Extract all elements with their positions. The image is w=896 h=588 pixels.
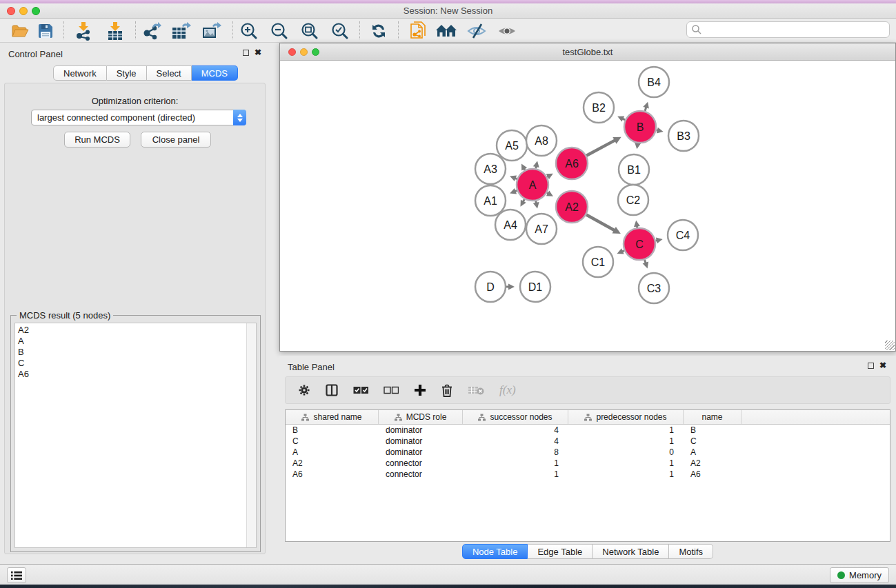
float-panel-icon[interactable] [868, 363, 874, 369]
run-mcds-button[interactable]: Run MCDS [64, 132, 130, 148]
result-item[interactable]: B [18, 347, 256, 358]
tab-node-table[interactable]: Node Table [462, 544, 528, 559]
network-from-file-icon[interactable] [406, 21, 430, 41]
select-all-columns-icon[interactable] [353, 386, 368, 394]
hide-graphics-details-icon[interactable] [465, 21, 488, 41]
table-cell: A2 [684, 458, 741, 468]
memory-button[interactable]: Memory [830, 567, 889, 583]
create-column-icon[interactable] [414, 384, 426, 396]
graph-edge-A2-C[interactable] [586, 215, 615, 231]
network-window-titlebar[interactable]: testGlobe.txt [280, 43, 895, 61]
show-columns-icon[interactable] [326, 384, 338, 396]
table-row[interactable]: Cdominator41C [286, 436, 890, 447]
window-resize-grip[interactable] [885, 341, 895, 350]
tab-mcds[interactable]: MCDS [192, 65, 238, 81]
graph-node-label: D1 [528, 281, 543, 293]
table-panel-title: Table Panel [288, 362, 335, 372]
control-panel-window-buttons: ✖ [243, 49, 261, 56]
column-header-shared-name[interactable]: shared name [286, 410, 379, 424]
graph-edge-A6-B[interactable] [586, 140, 616, 156]
table-cell: B [684, 425, 741, 435]
column-header-successor-nodes[interactable]: successor nodes [463, 410, 568, 424]
function-builder-icon[interactable]: f(x) [499, 383, 516, 397]
graph-node-label: A8 [535, 135, 548, 147]
delete-table-icon[interactable] [468, 385, 484, 395]
show-graphics-details-icon[interactable] [495, 21, 519, 41]
zoom-fit-icon[interactable] [298, 21, 321, 41]
search-field[interactable] [686, 21, 890, 38]
tab-style[interactable]: Style [107, 65, 147, 81]
home-icon[interactable] [435, 21, 458, 41]
graph-node-label: A4 [504, 219, 517, 231]
graph-edge-arrowhead [533, 202, 539, 209]
zoom-in-icon[interactable] [237, 21, 261, 41]
result-item[interactable]: C [18, 358, 256, 369]
table-row[interactable]: A2connector11A2 [286, 458, 890, 469]
table-row[interactable]: Bdominator41B [286, 425, 890, 436]
result-item[interactable]: A [18, 336, 256, 347]
float-panel-icon[interactable] [243, 50, 249, 56]
table-header-row: shared nameMCDS rolesuccessor nodesprede… [286, 410, 890, 425]
column-header-label: shared name [313, 412, 361, 422]
zoom-selected-icon[interactable] [328, 21, 352, 41]
mcds-tab-content: Optimization criterion: largest connecte… [4, 83, 266, 554]
mcds-result-items: A2ABCA6 [15, 325, 256, 380]
close-panel-button[interactable]: Close panel [141, 132, 211, 148]
criterion-dropdown[interactable]: largest connected component (directed) [31, 110, 246, 125]
export-network-icon[interactable] [140, 21, 163, 41]
save-session-icon[interactable] [34, 21, 57, 41]
tab-select[interactable]: Select [147, 65, 192, 81]
dropdown-stepper-icon [233, 110, 246, 125]
mcds-result-list[interactable]: A2ABCA6 [14, 323, 257, 548]
criterion-dropdown-value: largest connected component (directed) [32, 112, 233, 123]
delete-columns-icon[interactable] [441, 384, 452, 397]
table-cell: dominator [379, 447, 463, 457]
table-cell: B [286, 425, 379, 435]
graph-edge-arrowhead [643, 102, 649, 109]
column-header-name[interactable]: name [684, 410, 741, 424]
import-table-icon[interactable] [103, 21, 127, 41]
close-panel-icon[interactable]: ✖ [879, 362, 886, 369]
graph-node-label: B [637, 121, 644, 133]
task-history-button[interactable] [7, 567, 26, 583]
table-cell: 8 [463, 447, 568, 457]
tab-motifs[interactable]: Motifs [669, 544, 713, 559]
open-session-icon[interactable] [8, 21, 32, 41]
import-network-icon[interactable] [72, 21, 95, 41]
graph-edge-arrowhead [656, 237, 663, 243]
table-row[interactable]: A6connector11A6 [286, 469, 890, 480]
memory-status-dot [837, 571, 845, 579]
zoom-out-icon[interactable] [268, 21, 291, 41]
refresh-icon[interactable] [367, 21, 390, 41]
column-header-predecessor-nodes[interactable]: predecessor nodes [568, 410, 684, 424]
table-cell: A6 [684, 469, 741, 479]
table-cell: 1 [568, 458, 684, 468]
status-bar: Memory [0, 564, 896, 585]
close-panel-icon[interactable]: ✖ [255, 49, 261, 56]
settings-gear-icon[interactable] [298, 384, 310, 396]
graph-node-label: B4 [647, 77, 661, 88]
desktop-wallpaper-strip-bottom [0, 585, 896, 588]
export-image-icon[interactable] [200, 21, 223, 41]
column-header-MCDS-role[interactable]: MCDS role [379, 410, 463, 424]
graph-node-label: C1 [591, 256, 606, 268]
tab-network-table[interactable]: Network Table [593, 544, 669, 559]
graph-node-label: A [529, 179, 537, 191]
tab-network[interactable]: Network [53, 65, 107, 81]
network-graph-canvas[interactable]: B4B2BB3A5A8A6A3B1AA1C2A2A4A7C4CC1C3DD1 [280, 61, 895, 351]
tab-edge-table[interactable]: Edge Table [528, 544, 593, 559]
result-item[interactable]: A2 [18, 325, 256, 336]
window-titlebar[interactable]: Session: New Session [0, 3, 896, 19]
table-row[interactable]: Adominator80A [286, 447, 890, 458]
export-table-icon[interactable] [170, 21, 193, 41]
table-cell: 1 [463, 458, 568, 468]
table-cell: dominator [379, 425, 463, 435]
graph-edge-arrowhead [508, 284, 515, 290]
result-scrollbar[interactable] [246, 323, 256, 547]
unselect-all-columns-icon[interactable] [384, 386, 399, 394]
graph-edge-arrowhead [533, 161, 539, 168]
table-cell: connector [379, 469, 463, 479]
search-input[interactable] [702, 24, 889, 35]
toolbar-separator [359, 21, 360, 39]
result-item[interactable]: A6 [18, 369, 256, 380]
